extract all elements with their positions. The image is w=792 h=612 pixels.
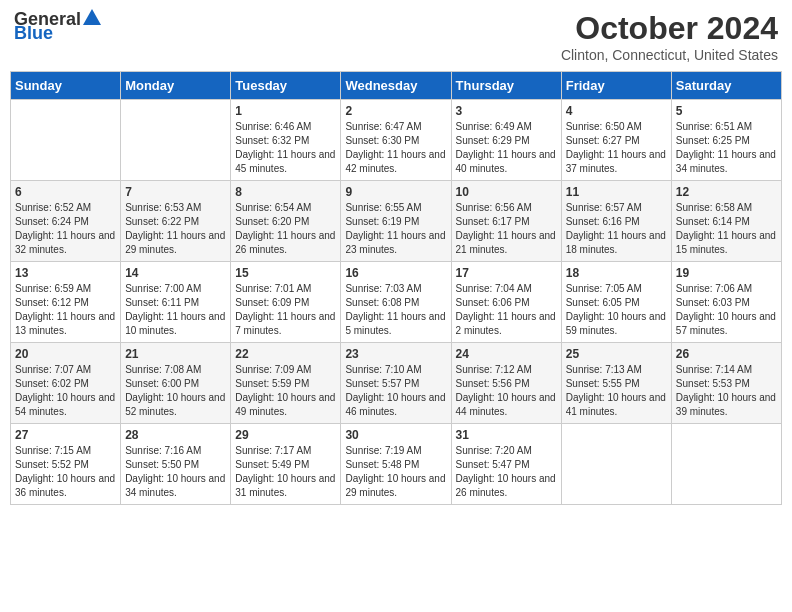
day-number: 7 bbox=[125, 185, 226, 199]
day-info: Sunrise: 6:55 AMSunset: 6:19 PMDaylight:… bbox=[345, 201, 446, 257]
day-of-week-header: Saturday bbox=[671, 72, 781, 100]
day-info: Sunrise: 6:47 AMSunset: 6:30 PMDaylight:… bbox=[345, 120, 446, 176]
day-number: 8 bbox=[235, 185, 336, 199]
day-of-week-header: Monday bbox=[121, 72, 231, 100]
day-info: Sunrise: 6:54 AMSunset: 6:20 PMDaylight:… bbox=[235, 201, 336, 257]
day-number: 20 bbox=[15, 347, 116, 361]
day-number: 13 bbox=[15, 266, 116, 280]
day-info: Sunrise: 6:56 AMSunset: 6:17 PMDaylight:… bbox=[456, 201, 557, 257]
day-info: Sunrise: 7:01 AMSunset: 6:09 PMDaylight:… bbox=[235, 282, 336, 338]
day-number: 10 bbox=[456, 185, 557, 199]
calendar-cell: 13Sunrise: 6:59 AMSunset: 6:12 PMDayligh… bbox=[11, 262, 121, 343]
day-number: 19 bbox=[676, 266, 777, 280]
calendar-cell: 21Sunrise: 7:08 AMSunset: 6:00 PMDayligh… bbox=[121, 343, 231, 424]
day-of-week-header: Sunday bbox=[11, 72, 121, 100]
calendar-cell: 16Sunrise: 7:03 AMSunset: 6:08 PMDayligh… bbox=[341, 262, 451, 343]
day-of-week-header: Tuesday bbox=[231, 72, 341, 100]
calendar-header-row: SundayMondayTuesdayWednesdayThursdayFrid… bbox=[11, 72, 782, 100]
calendar-cell bbox=[671, 424, 781, 505]
day-number: 25 bbox=[566, 347, 667, 361]
day-info: Sunrise: 7:04 AMSunset: 6:06 PMDaylight:… bbox=[456, 282, 557, 338]
calendar-cell: 8Sunrise: 6:54 AMSunset: 6:20 PMDaylight… bbox=[231, 181, 341, 262]
calendar-cell: 17Sunrise: 7:04 AMSunset: 6:06 PMDayligh… bbox=[451, 262, 561, 343]
calendar-table: SundayMondayTuesdayWednesdayThursdayFrid… bbox=[10, 71, 782, 505]
day-info: Sunrise: 6:58 AMSunset: 6:14 PMDaylight:… bbox=[676, 201, 777, 257]
calendar-cell: 19Sunrise: 7:06 AMSunset: 6:03 PMDayligh… bbox=[671, 262, 781, 343]
calendar-cell: 11Sunrise: 6:57 AMSunset: 6:16 PMDayligh… bbox=[561, 181, 671, 262]
day-of-week-header: Friday bbox=[561, 72, 671, 100]
day-info: Sunrise: 7:03 AMSunset: 6:08 PMDaylight:… bbox=[345, 282, 446, 338]
day-number: 28 bbox=[125, 428, 226, 442]
calendar-cell: 18Sunrise: 7:05 AMSunset: 6:05 PMDayligh… bbox=[561, 262, 671, 343]
calendar-cell: 29Sunrise: 7:17 AMSunset: 5:49 PMDayligh… bbox=[231, 424, 341, 505]
day-number: 4 bbox=[566, 104, 667, 118]
day-info: Sunrise: 6:51 AMSunset: 6:25 PMDaylight:… bbox=[676, 120, 777, 176]
day-info: Sunrise: 7:07 AMSunset: 6:02 PMDaylight:… bbox=[15, 363, 116, 419]
month-title: October 2024 bbox=[561, 10, 778, 47]
calendar-cell: 30Sunrise: 7:19 AMSunset: 5:48 PMDayligh… bbox=[341, 424, 451, 505]
day-info: Sunrise: 7:13 AMSunset: 5:55 PMDaylight:… bbox=[566, 363, 667, 419]
day-info: Sunrise: 7:20 AMSunset: 5:47 PMDaylight:… bbox=[456, 444, 557, 500]
day-number: 31 bbox=[456, 428, 557, 442]
calendar-cell: 15Sunrise: 7:01 AMSunset: 6:09 PMDayligh… bbox=[231, 262, 341, 343]
day-number: 29 bbox=[235, 428, 336, 442]
calendar-cell: 6Sunrise: 6:52 AMSunset: 6:24 PMDaylight… bbox=[11, 181, 121, 262]
day-number: 12 bbox=[676, 185, 777, 199]
calendar-cell: 31Sunrise: 7:20 AMSunset: 5:47 PMDayligh… bbox=[451, 424, 561, 505]
calendar-cell: 28Sunrise: 7:16 AMSunset: 5:50 PMDayligh… bbox=[121, 424, 231, 505]
calendar-cell: 22Sunrise: 7:09 AMSunset: 5:59 PMDayligh… bbox=[231, 343, 341, 424]
day-number: 17 bbox=[456, 266, 557, 280]
logo-icon bbox=[83, 9, 101, 25]
day-info: Sunrise: 6:46 AMSunset: 6:32 PMDaylight:… bbox=[235, 120, 336, 176]
day-info: Sunrise: 7:09 AMSunset: 5:59 PMDaylight:… bbox=[235, 363, 336, 419]
calendar-cell: 7Sunrise: 6:53 AMSunset: 6:22 PMDaylight… bbox=[121, 181, 231, 262]
calendar-cell bbox=[561, 424, 671, 505]
day-info: Sunrise: 6:57 AMSunset: 6:16 PMDaylight:… bbox=[566, 201, 667, 257]
calendar-week-row: 6Sunrise: 6:52 AMSunset: 6:24 PMDaylight… bbox=[11, 181, 782, 262]
calendar-cell: 1Sunrise: 6:46 AMSunset: 6:32 PMDaylight… bbox=[231, 100, 341, 181]
day-info: Sunrise: 6:49 AMSunset: 6:29 PMDaylight:… bbox=[456, 120, 557, 176]
day-number: 18 bbox=[566, 266, 667, 280]
calendar-cell: 25Sunrise: 7:13 AMSunset: 5:55 PMDayligh… bbox=[561, 343, 671, 424]
day-number: 26 bbox=[676, 347, 777, 361]
day-number: 1 bbox=[235, 104, 336, 118]
logo-blue-text: Blue bbox=[14, 24, 53, 42]
calendar-cell: 2Sunrise: 6:47 AMSunset: 6:30 PMDaylight… bbox=[341, 100, 451, 181]
calendar-cell: 26Sunrise: 7:14 AMSunset: 5:53 PMDayligh… bbox=[671, 343, 781, 424]
day-info: Sunrise: 7:17 AMSunset: 5:49 PMDaylight:… bbox=[235, 444, 336, 500]
day-number: 24 bbox=[456, 347, 557, 361]
day-info: Sunrise: 7:12 AMSunset: 5:56 PMDaylight:… bbox=[456, 363, 557, 419]
day-info: Sunrise: 6:53 AMSunset: 6:22 PMDaylight:… bbox=[125, 201, 226, 257]
calendar-cell: 27Sunrise: 7:15 AMSunset: 5:52 PMDayligh… bbox=[11, 424, 121, 505]
day-number: 15 bbox=[235, 266, 336, 280]
day-info: Sunrise: 7:19 AMSunset: 5:48 PMDaylight:… bbox=[345, 444, 446, 500]
day-number: 9 bbox=[345, 185, 446, 199]
svg-marker-0 bbox=[83, 9, 101, 25]
calendar-cell bbox=[11, 100, 121, 181]
calendar-cell bbox=[121, 100, 231, 181]
day-info: Sunrise: 6:52 AMSunset: 6:24 PMDaylight:… bbox=[15, 201, 116, 257]
day-number: 21 bbox=[125, 347, 226, 361]
calendar-cell: 14Sunrise: 7:00 AMSunset: 6:11 PMDayligh… bbox=[121, 262, 231, 343]
calendar-cell: 12Sunrise: 6:58 AMSunset: 6:14 PMDayligh… bbox=[671, 181, 781, 262]
day-info: Sunrise: 7:06 AMSunset: 6:03 PMDaylight:… bbox=[676, 282, 777, 338]
logo: General Blue bbox=[14, 10, 101, 42]
calendar-cell: 20Sunrise: 7:07 AMSunset: 6:02 PMDayligh… bbox=[11, 343, 121, 424]
calendar-week-row: 1Sunrise: 6:46 AMSunset: 6:32 PMDaylight… bbox=[11, 100, 782, 181]
day-of-week-header: Thursday bbox=[451, 72, 561, 100]
calendar-week-row: 13Sunrise: 6:59 AMSunset: 6:12 PMDayligh… bbox=[11, 262, 782, 343]
day-number: 16 bbox=[345, 266, 446, 280]
calendar-week-row: 27Sunrise: 7:15 AMSunset: 5:52 PMDayligh… bbox=[11, 424, 782, 505]
day-info: Sunrise: 6:59 AMSunset: 6:12 PMDaylight:… bbox=[15, 282, 116, 338]
day-info: Sunrise: 7:16 AMSunset: 5:50 PMDaylight:… bbox=[125, 444, 226, 500]
day-info: Sunrise: 7:00 AMSunset: 6:11 PMDaylight:… bbox=[125, 282, 226, 338]
calendar-cell: 23Sunrise: 7:10 AMSunset: 5:57 PMDayligh… bbox=[341, 343, 451, 424]
day-info: Sunrise: 7:08 AMSunset: 6:00 PMDaylight:… bbox=[125, 363, 226, 419]
day-number: 5 bbox=[676, 104, 777, 118]
day-number: 23 bbox=[345, 347, 446, 361]
day-number: 11 bbox=[566, 185, 667, 199]
day-info: Sunrise: 7:14 AMSunset: 5:53 PMDaylight:… bbox=[676, 363, 777, 419]
day-number: 3 bbox=[456, 104, 557, 118]
day-info: Sunrise: 6:50 AMSunset: 6:27 PMDaylight:… bbox=[566, 120, 667, 176]
day-number: 22 bbox=[235, 347, 336, 361]
